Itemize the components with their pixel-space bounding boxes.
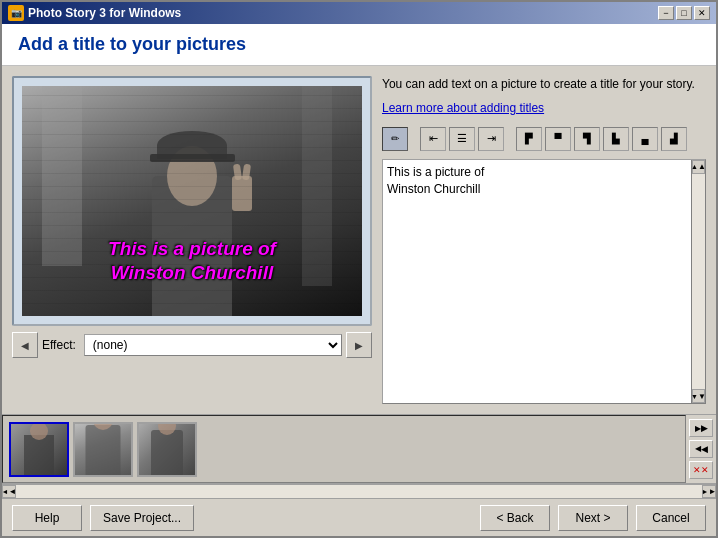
filmstrip-thumb-3[interactable] <box>137 422 197 477</box>
window-title: Photo Story 3 for Windows <box>28 6 658 20</box>
close-button[interactable]: ✕ <box>694 6 710 20</box>
scroll-down-button[interactable]: ▼ <box>692 389 705 403</box>
page-title: Add a title to your pictures <box>18 34 246 54</box>
align-left-icon: ⇤ <box>429 132 438 145</box>
help-description: You can add text on a picture to create … <box>382 76 706 93</box>
align-left-button[interactable]: ⇤ <box>420 127 446 151</box>
window-controls: − □ ✕ <box>658 6 710 20</box>
align-center-button[interactable]: ☰ <box>449 127 475 151</box>
nav-row: Effect: (none) <box>12 332 372 358</box>
prev-photo-button[interactable] <box>12 332 38 358</box>
font-style-button[interactable]: ✏ <box>382 127 408 151</box>
scroll-track[interactable] <box>692 174 705 389</box>
help-button[interactable]: Help <box>12 505 82 531</box>
save-project-button[interactable]: Save Project... <box>90 505 194 531</box>
vertical-scrollbar: ▲ ▼ <box>691 160 705 403</box>
horizontal-scrollbar: ◄ ► <box>2 484 716 498</box>
position-br-button[interactable]: ▟ <box>661 127 687 151</box>
maximize-button[interactable]: □ <box>676 6 692 20</box>
title-bar: 📷 Photo Story 3 for Windows − □ ✕ <box>2 2 716 24</box>
text-area-container: This is a picture of Winston Churchill ▲… <box>382 159 706 404</box>
position-bc-icon: ▄ <box>641 133 648 144</box>
effect-select[interactable]: (none) <box>84 334 342 356</box>
position-tc-icon: ▀ <box>554 133 561 144</box>
minimize-button[interactable]: − <box>658 6 674 20</box>
hscroll-left-button[interactable]: ◄ <box>2 485 16 498</box>
hscroll-track[interactable] <box>16 485 702 498</box>
picture-frame: This is a picture of Winston Churchill <box>12 76 372 326</box>
position-bl-icon: ▙ <box>612 133 620 144</box>
position-bc-button[interactable]: ▄ <box>632 127 658 151</box>
hscroll-right-button[interactable]: ► <box>702 485 716 498</box>
position-tr-icon: ▜ <box>583 133 591 144</box>
filmstrip-thumb-1[interactable] <box>9 422 69 477</box>
bottom-right-buttons: < Back Next > Cancel <box>480 505 706 531</box>
effect-row: Effect: (none) <box>42 334 342 356</box>
filmstrip-back-button[interactable]: ◀ <box>689 440 713 458</box>
align-right-icon: ⇥ <box>487 132 496 145</box>
position-tl-button[interactable]: ▛ <box>516 127 542 151</box>
effect-label: Effect: <box>42 338 76 352</box>
next-photo-button[interactable] <box>346 332 372 358</box>
pencil-icon: ✏ <box>391 133 399 144</box>
photo-overlay-text: This is a picture of Winston Churchill <box>22 237 362 286</box>
bottom-bar: Help Save Project... < Back Next > Cance… <box>2 498 716 536</box>
filmstrip-scroll[interactable] <box>2 415 686 483</box>
right-panel: You can add text on a picture to create … <box>382 76 706 404</box>
filmstrip-container: ▶ ◀ ✕ <box>2 414 716 484</box>
position-tl-icon: ▛ <box>525 133 533 144</box>
position-br-icon: ▟ <box>670 133 678 144</box>
picture-inner: This is a picture of Winston Churchill <box>22 86 362 316</box>
position-bl-button[interactable]: ▙ <box>603 127 629 151</box>
position-tr-button[interactable]: ▜ <box>574 127 600 151</box>
page-header: Add a title to your pictures <box>2 24 716 66</box>
filmstrip-thumb-2[interactable] <box>73 422 133 477</box>
main-window: 📷 Photo Story 3 for Windows − □ ✕ Add a … <box>0 0 718 538</box>
filmstrip-forward-button[interactable]: ▶ <box>689 419 713 437</box>
main-content: This is a picture of Winston Churchill E… <box>2 66 716 414</box>
scroll-up-button[interactable]: ▲ <box>692 160 705 174</box>
left-panel: This is a picture of Winston Churchill E… <box>12 76 372 404</box>
align-center-icon: ☰ <box>457 132 467 145</box>
bottom-left-buttons: Help Save Project... <box>12 505 194 531</box>
back-button[interactable]: < Back <box>480 505 550 531</box>
align-right-button[interactable]: ⇥ <box>478 127 504 151</box>
photo-background: This is a picture of Winston Churchill <box>22 86 362 316</box>
text-area-content[interactable]: This is a picture of Winston Churchill <box>383 160 691 403</box>
next-button[interactable]: Next > <box>558 505 628 531</box>
filmstrip-controls: ▶ ◀ ✕ <box>686 415 716 483</box>
cancel-button[interactable]: Cancel <box>636 505 706 531</box>
app-icon: 📷 <box>8 5 24 21</box>
learn-more-link[interactable]: Learn more about adding titles <box>382 101 706 115</box>
filmstrip-delete-button[interactable]: ✕ <box>689 461 713 479</box>
format-toolbar: ✏ ⇤ ☰ ⇥ ▛ ▀ ▜ <box>382 127 706 151</box>
position-tc-button[interactable]: ▀ <box>545 127 571 151</box>
